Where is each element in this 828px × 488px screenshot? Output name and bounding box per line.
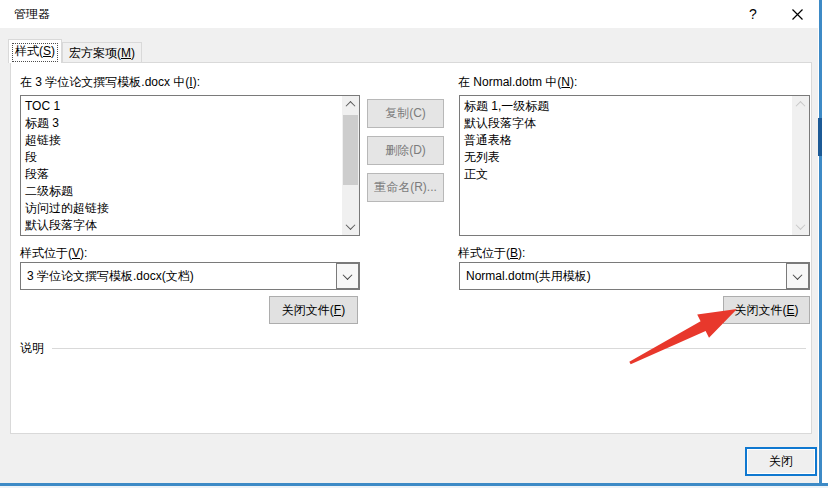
right-style-list-item[interactable]: 普通表格 <box>460 132 792 149</box>
right-style-list-item[interactable]: 默认段落字体 <box>460 115 792 132</box>
scroll-up-button <box>792 96 809 113</box>
close-button[interactable] <box>780 0 814 28</box>
dialog-title: 管理器 <box>14 0 50 28</box>
tab-styles-label: 样式(S) <box>9 40 61 62</box>
left-close-file-button[interactable]: 关闭文件(F) <box>269 296 358 324</box>
tab-styles[interactable]: 样式(S) <box>8 39 62 63</box>
close-icon <box>792 9 803 20</box>
annotation-arrow <box>620 300 750 375</box>
left-style-list-item[interactable]: 超链接 <box>21 132 342 149</box>
scroll-up-button[interactable] <box>342 96 359 113</box>
left-style-list-item[interactable]: 二级标题 <box>21 183 342 200</box>
title-bar: 管理器 ? <box>0 0 818 28</box>
chevron-down-icon <box>793 270 803 280</box>
left-combo-dropdown-button[interactable] <box>336 263 359 289</box>
left-styles-available-combobox[interactable]: 3 学位论文撰写模板.docx(文档) <box>20 262 360 290</box>
left-style-list-item[interactable]: TOC 1 <box>21 98 342 115</box>
left-combo-label: 样式位于(V): <box>20 245 87 261</box>
scrollbar-thumb[interactable] <box>343 115 358 185</box>
chevron-down-icon <box>346 220 356 230</box>
left-style-list-item[interactable]: 访问过的超链接 <box>21 200 342 217</box>
right-style-list[interactable]: 标题 1,一级标题默认段落字体普通表格无列表正文 <box>459 95 810 236</box>
tab-macro-items[interactable]: 宏方案项(M) <box>62 42 142 63</box>
right-list-scrollbar <box>792 96 809 235</box>
organizer-dialog: 管理器 ? 样式(S) 宏方案项(M) 在 3 学位论文撰写模板.docx 中(… <box>0 0 818 483</box>
left-style-list[interactable]: TOC 1标题 3超链接段段落二级标题访问过的超链接默认段落字体 <box>20 95 360 236</box>
right-combo-label: 样式位于(B): <box>458 245 525 261</box>
right-list-label: 在 Normal.dotm 中(N): <box>458 74 577 90</box>
left-style-list-item[interactable]: 段落 <box>21 166 342 183</box>
left-list-label: 在 3 学位论文撰写模板.docx 中(I): <box>20 74 200 90</box>
rename-button-label: 重命名(R)... <box>374 179 437 196</box>
chevron-up-icon <box>796 101 806 111</box>
tab-macro-items-label: 宏方案项(M) <box>63 43 141 63</box>
right-combo-value: Normal.dotm(共用模板) <box>466 263 783 289</box>
description-group-label: 说明 <box>20 340 44 356</box>
left-style-list-item[interactable]: 标题 3 <box>21 115 342 132</box>
right-styles-available-combobox[interactable]: Normal.dotm(共用模板) <box>459 262 810 290</box>
rename-button[interactable]: 重命名(R)... <box>367 173 444 202</box>
left-style-list-item[interactable]: 默认段落字体 <box>21 217 342 234</box>
right-style-list-item[interactable]: 无列表 <box>460 149 792 166</box>
delete-button[interactable]: 删除(D) <box>367 136 444 165</box>
right-combo-dropdown-button[interactable] <box>786 263 809 289</box>
scroll-down-button[interactable] <box>342 218 359 235</box>
help-icon: ? <box>749 6 757 22</box>
dialog-close-label: 关闭 <box>769 453 793 470</box>
scroll-down-button <box>792 218 809 235</box>
background-window-edge-right <box>819 0 822 488</box>
copy-button[interactable]: 复制(C) <box>367 99 444 128</box>
right-style-list-item[interactable]: 标题 1,一级标题 <box>460 98 792 115</box>
help-button[interactable]: ? <box>736 0 770 28</box>
left-list-scrollbar[interactable] <box>342 96 359 235</box>
left-style-list-item[interactable]: 段 <box>21 149 342 166</box>
screenshot-root: 管理器 ? 样式(S) 宏方案项(M) 在 3 学位论文撰写模板.docx 中(… <box>0 0 828 488</box>
background-window-scrollbar-thumb <box>818 118 822 156</box>
left-combo-value: 3 学位论文撰写模板.docx(文档) <box>27 263 333 289</box>
chevron-up-icon <box>346 101 356 111</box>
copy-button-label: 复制(C) <box>385 105 426 122</box>
dialog-close-button[interactable]: 关闭 <box>745 447 817 476</box>
delete-button-label: 删除(D) <box>385 142 426 159</box>
chevron-down-icon <box>796 220 806 230</box>
left-close-file-label: 关闭文件(F) <box>282 302 345 319</box>
right-style-list-item[interactable]: 正文 <box>460 166 792 183</box>
chevron-down-icon <box>343 270 353 280</box>
